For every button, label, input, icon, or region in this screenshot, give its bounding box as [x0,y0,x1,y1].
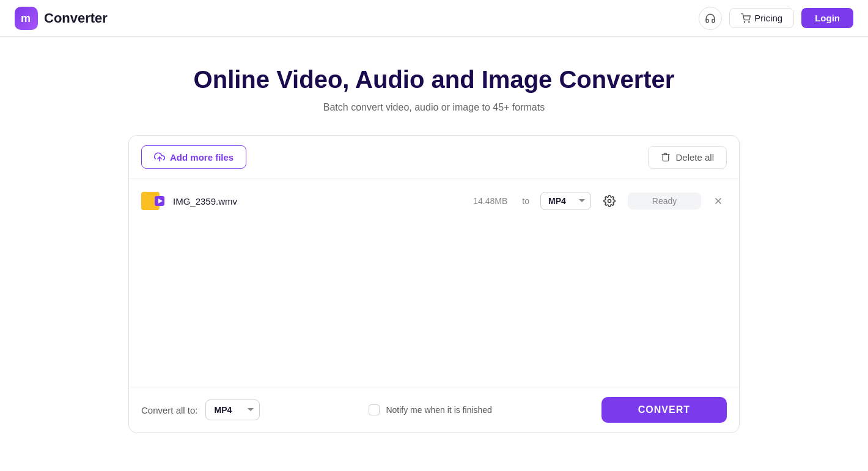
add-files-button[interactable]: Add more files [141,145,246,169]
table-row: IMG_2359.wmv 14.48MB to MP4 MP3 AVI MOV … [129,185,739,217]
add-files-label: Add more files [170,152,234,162]
delete-all-button[interactable]: Delete all [648,146,727,169]
cart-icon [741,13,751,23]
status-badge: Ready [628,192,701,210]
notify-label: Notify me when it is finished [386,405,492,415]
trash-icon [661,152,671,162]
remove-file-button[interactable] [710,192,727,210]
close-icon [713,196,723,206]
convert-all-label: Convert all to: [141,405,198,415]
bottom-bar: Convert all to: MP4 MP3 AVI MOV MKV WMV … [129,387,739,433]
play-overlay-icon [155,196,164,206]
file-list: IMG_2359.wmv 14.48MB to MP4 MP3 AVI MOV … [129,179,739,387]
delete-all-label: Delete all [675,152,714,162]
format-select[interactable]: MP4 MP3 AVI MOV MKV WMV FLV WebM GIF AAC… [540,192,591,210]
login-button[interactable]: Login [801,8,853,28]
hero-subtitle: Batch convert video, audio or image to 4… [128,102,740,113]
notify-checkbox[interactable] [369,404,380,415]
logo-icon: m [15,7,38,30]
file-type-icon [141,192,164,210]
file-size: 14.48MB [473,196,507,206]
svg-text:m: m [21,12,31,24]
convert-all-section: Convert all to: MP4 MP3 AVI MOV MKV WMV … [141,400,260,420]
headset-icon [705,13,716,24]
notify-section: Notify me when it is finished [369,404,492,415]
upload-icon [154,152,165,162]
file-area-toolbar: Add more files Delete all [129,136,739,179]
file-area: Add more files Delete all IMG_2359.wmv [128,135,740,433]
svg-point-1 [745,21,745,22]
main-content: Online Video, Audio and Image Converter … [116,37,752,445]
hero-title: Online Video, Audio and Image Converter [128,66,740,93]
svg-point-4 [608,200,611,203]
convert-button[interactable]: CONVERT [601,397,727,423]
app-name: Converter [44,10,108,26]
pricing-button[interactable]: Pricing [729,8,794,28]
svg-point-2 [749,21,749,22]
gear-icon [603,195,616,207]
header-left: m Converter [15,7,108,30]
convert-all-select[interactable]: MP4 MP3 AVI MOV MKV WMV FLV WebM GIF AAC… [205,400,260,420]
headset-button[interactable] [699,7,722,30]
header-right: Pricing Login [699,7,853,30]
file-name: IMG_2359.wmv [173,196,465,206]
pricing-label: Pricing [754,13,782,23]
settings-button[interactable] [600,191,619,211]
header: m Converter Pricing Login [0,0,868,37]
to-label: to [522,196,529,206]
